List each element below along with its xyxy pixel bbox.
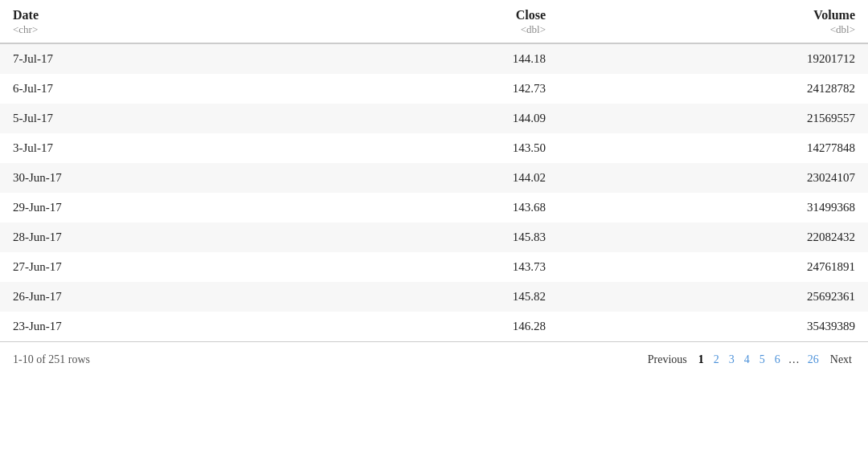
table-row: 28-Jun-17145.8322082432: [0, 222, 868, 252]
page-number-4[interactable]: 4: [739, 352, 755, 367]
table-row: 7-Jul-17144.1819201712: [0, 43, 868, 74]
cell-date: 30-Jun-17: [0, 163, 312, 193]
col-header-close: Close <dbl>: [312, 0, 559, 43]
table-row: 6-Jul-17142.7324128782: [0, 74, 868, 104]
data-table: Date <chr> Close <dbl> Volume <dbl> 7-Ju…: [0, 0, 868, 341]
table-header-row: Date <chr> Close <dbl> Volume <dbl>: [0, 0, 868, 43]
cell-date: 26-Jun-17: [0, 282, 312, 312]
table-row: 23-Jun-17146.2835439389: [0, 312, 868, 341]
cell-close: 143.50: [312, 133, 559, 163]
page-number-1[interactable]: 1: [694, 352, 709, 367]
table-row: 3-Jul-17143.5014277848: [0, 133, 868, 163]
cell-close: 143.68: [312, 193, 559, 222]
cell-close: 142.73: [312, 74, 559, 104]
cell-close: 144.18: [312, 43, 559, 74]
page-number-3[interactable]: 3: [724, 352, 739, 367]
cell-volume: 24128782: [559, 74, 868, 104]
cell-volume: 31499368: [559, 193, 868, 222]
cell-close: 144.02: [312, 163, 559, 193]
cell-date: 27-Jun-17: [0, 252, 312, 282]
cell-volume: 23024107: [559, 163, 868, 193]
table-row: 30-Jun-17144.0223024107: [0, 163, 868, 193]
cell-date: 28-Jun-17: [0, 222, 312, 252]
cell-date: 5-Jul-17: [0, 104, 312, 133]
table-row: 5-Jul-17144.0921569557: [0, 104, 868, 133]
cell-volume: 25692361: [559, 282, 868, 312]
cell-volume: 35439389: [559, 312, 868, 341]
cell-date: 29-Jun-17: [0, 193, 312, 222]
table-body: 7-Jul-17144.18192017126-Jul-17142.732412…: [0, 43, 868, 341]
cell-close: 144.09: [312, 104, 559, 133]
cell-volume: 14277848: [559, 133, 868, 163]
cell-volume: 24761891: [559, 252, 868, 282]
col-header-volume: Volume <dbl>: [559, 0, 868, 43]
cell-date: 23-Jun-17: [0, 312, 312, 341]
page-number-6[interactable]: 6: [770, 352, 785, 367]
pagination-ellipsis: …: [785, 352, 803, 367]
table-row: 26-Jun-17145.8225692361: [0, 282, 868, 312]
previous-button[interactable]: Previous: [645, 352, 690, 368]
table-row: 27-Jun-17143.7324761891: [0, 252, 868, 282]
cell-date: 3-Jul-17: [0, 133, 312, 163]
page-number-last[interactable]: 26: [803, 352, 824, 367]
cell-volume: 22082432: [559, 222, 868, 252]
table-container: Date <chr> Close <dbl> Volume <dbl> 7-Ju…: [0, 0, 868, 377]
cell-close: 143.73: [312, 252, 559, 282]
table-footer: 1-10 of 251 rows Previous 123456…26 Next: [0, 341, 868, 377]
cell-close: 145.82: [312, 282, 559, 312]
page-number-2[interactable]: 2: [709, 352, 724, 367]
col-header-date: Date <chr>: [0, 0, 312, 43]
cell-close: 146.28: [312, 312, 559, 341]
cell-date: 6-Jul-17: [0, 74, 312, 104]
next-button[interactable]: Next: [827, 352, 855, 368]
cell-date: 7-Jul-17: [0, 43, 312, 74]
pagination-controls: Previous 123456…26 Next: [645, 352, 855, 368]
table-row: 29-Jun-17143.6831499368: [0, 193, 868, 222]
cell-volume: 19201712: [559, 43, 868, 74]
cell-volume: 21569557: [559, 104, 868, 133]
page-number-5[interactable]: 5: [755, 352, 770, 367]
row-count-label: 1-10 of 251 rows: [13, 353, 90, 366]
page-numbers: 123456…26: [694, 353, 824, 366]
cell-close: 145.83: [312, 222, 559, 252]
